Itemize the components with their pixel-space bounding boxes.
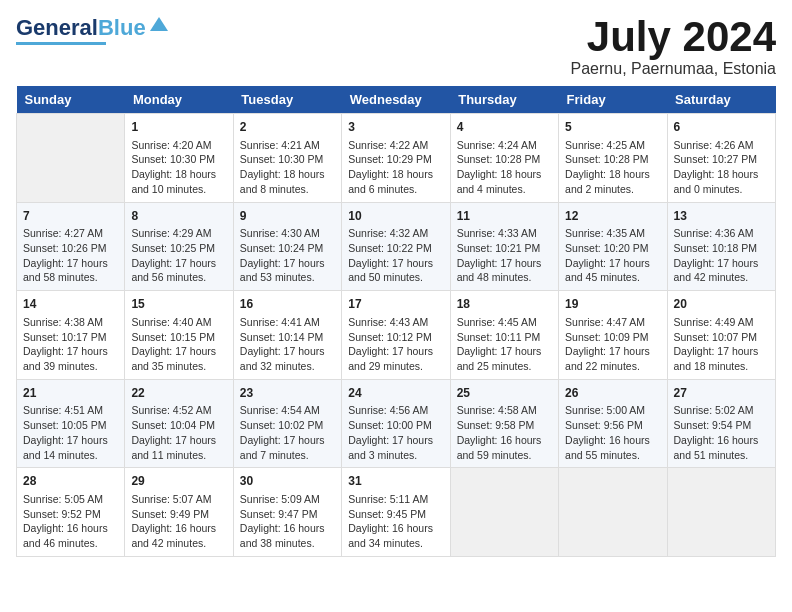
day-cell: 25Sunrise: 4:58 AMSunset: 9:58 PMDayligh… xyxy=(450,379,558,468)
day-number: 6 xyxy=(674,119,769,136)
day-info: Sunrise: 4:36 AMSunset: 10:18 PMDaylight… xyxy=(674,226,769,285)
day-number: 1 xyxy=(131,119,226,136)
day-info: Sunrise: 4:26 AMSunset: 10:27 PMDaylight… xyxy=(674,138,769,197)
day-info: Sunrise: 4:25 AMSunset: 10:28 PMDaylight… xyxy=(565,138,660,197)
day-number: 21 xyxy=(23,385,118,402)
calendar-header: SundayMondayTuesdayWednesdayThursdayFrid… xyxy=(17,86,776,114)
day-number: 25 xyxy=(457,385,552,402)
day-number: 10 xyxy=(348,208,443,225)
day-cell: 1Sunrise: 4:20 AMSunset: 10:30 PMDayligh… xyxy=(125,114,233,203)
day-cell: 24Sunrise: 4:56 AMSunset: 10:00 PMDaylig… xyxy=(342,379,450,468)
day-cell: 23Sunrise: 4:54 AMSunset: 10:02 PMDaylig… xyxy=(233,379,341,468)
day-cell: 7Sunrise: 4:27 AMSunset: 10:26 PMDayligh… xyxy=(17,202,125,291)
day-cell: 20Sunrise: 4:49 AMSunset: 10:07 PMDaylig… xyxy=(667,291,775,380)
logo-blue: Blue xyxy=(98,15,146,40)
day-info: Sunrise: 5:09 AMSunset: 9:47 PMDaylight:… xyxy=(240,492,335,551)
day-info: Sunrise: 4:52 AMSunset: 10:04 PMDaylight… xyxy=(131,403,226,462)
day-number: 30 xyxy=(240,473,335,490)
day-number: 26 xyxy=(565,385,660,402)
day-cell: 13Sunrise: 4:36 AMSunset: 10:18 PMDaylig… xyxy=(667,202,775,291)
day-cell xyxy=(450,468,558,557)
day-number: 2 xyxy=(240,119,335,136)
day-info: Sunrise: 4:30 AMSunset: 10:24 PMDaylight… xyxy=(240,226,335,285)
day-cell: 6Sunrise: 4:26 AMSunset: 10:27 PMDayligh… xyxy=(667,114,775,203)
day-info: Sunrise: 4:43 AMSunset: 10:12 PMDaylight… xyxy=(348,315,443,374)
day-number: 18 xyxy=(457,296,552,313)
day-cell: 5Sunrise: 4:25 AMSunset: 10:28 PMDayligh… xyxy=(559,114,667,203)
day-number: 11 xyxy=(457,208,552,225)
logo: GeneralBlue xyxy=(16,16,168,45)
day-cell xyxy=(17,114,125,203)
week-row-1: 1Sunrise: 4:20 AMSunset: 10:30 PMDayligh… xyxy=(17,114,776,203)
svg-marker-0 xyxy=(150,17,168,31)
day-info: Sunrise: 5:07 AMSunset: 9:49 PMDaylight:… xyxy=(131,492,226,551)
day-number: 5 xyxy=(565,119,660,136)
day-number: 8 xyxy=(131,208,226,225)
day-number: 3 xyxy=(348,119,443,136)
month-title: July 2024 xyxy=(571,16,776,58)
week-row-3: 14Sunrise: 4:38 AMSunset: 10:17 PMDaylig… xyxy=(17,291,776,380)
day-info: Sunrise: 5:05 AMSunset: 9:52 PMDaylight:… xyxy=(23,492,118,551)
day-cell: 21Sunrise: 4:51 AMSunset: 10:05 PMDaylig… xyxy=(17,379,125,468)
day-info: Sunrise: 4:45 AMSunset: 10:11 PMDaylight… xyxy=(457,315,552,374)
day-cell xyxy=(559,468,667,557)
day-number: 16 xyxy=(240,296,335,313)
day-cell: 2Sunrise: 4:21 AMSunset: 10:30 PMDayligh… xyxy=(233,114,341,203)
day-info: Sunrise: 4:33 AMSunset: 10:21 PMDaylight… xyxy=(457,226,552,285)
day-number: 28 xyxy=(23,473,118,490)
day-cell: 9Sunrise: 4:30 AMSunset: 10:24 PMDayligh… xyxy=(233,202,341,291)
day-info: Sunrise: 4:32 AMSunset: 10:22 PMDaylight… xyxy=(348,226,443,285)
header-cell-monday: Monday xyxy=(125,86,233,114)
day-cell: 17Sunrise: 4:43 AMSunset: 10:12 PMDaylig… xyxy=(342,291,450,380)
header-cell-friday: Friday xyxy=(559,86,667,114)
day-info: Sunrise: 4:47 AMSunset: 10:09 PMDaylight… xyxy=(565,315,660,374)
day-cell: 18Sunrise: 4:45 AMSunset: 10:11 PMDaylig… xyxy=(450,291,558,380)
day-cell: 14Sunrise: 4:38 AMSunset: 10:17 PMDaylig… xyxy=(17,291,125,380)
header-row: SundayMondayTuesdayWednesdayThursdayFrid… xyxy=(17,86,776,114)
day-number: 4 xyxy=(457,119,552,136)
day-info: Sunrise: 4:54 AMSunset: 10:02 PMDaylight… xyxy=(240,403,335,462)
day-info: Sunrise: 4:29 AMSunset: 10:25 PMDaylight… xyxy=(131,226,226,285)
day-cell: 22Sunrise: 4:52 AMSunset: 10:04 PMDaylig… xyxy=(125,379,233,468)
week-row-5: 28Sunrise: 5:05 AMSunset: 9:52 PMDayligh… xyxy=(17,468,776,557)
day-info: Sunrise: 4:38 AMSunset: 10:17 PMDaylight… xyxy=(23,315,118,374)
title-block: July 2024 Paernu, Paernumaa, Estonia xyxy=(571,16,776,78)
location: Paernu, Paernumaa, Estonia xyxy=(571,60,776,78)
day-cell: 3Sunrise: 4:22 AMSunset: 10:29 PMDayligh… xyxy=(342,114,450,203)
day-number: 14 xyxy=(23,296,118,313)
calendar-table: SundayMondayTuesdayWednesdayThursdayFrid… xyxy=(16,86,776,557)
day-number: 13 xyxy=(674,208,769,225)
week-row-2: 7Sunrise: 4:27 AMSunset: 10:26 PMDayligh… xyxy=(17,202,776,291)
day-number: 20 xyxy=(674,296,769,313)
day-cell xyxy=(667,468,775,557)
day-info: Sunrise: 5:00 AMSunset: 9:56 PMDaylight:… xyxy=(565,403,660,462)
day-cell: 29Sunrise: 5:07 AMSunset: 9:49 PMDayligh… xyxy=(125,468,233,557)
day-number: 15 xyxy=(131,296,226,313)
day-number: 9 xyxy=(240,208,335,225)
day-number: 7 xyxy=(23,208,118,225)
day-info: Sunrise: 4:49 AMSunset: 10:07 PMDaylight… xyxy=(674,315,769,374)
calendar-body: 1Sunrise: 4:20 AMSunset: 10:30 PMDayligh… xyxy=(17,114,776,557)
day-cell: 28Sunrise: 5:05 AMSunset: 9:52 PMDayligh… xyxy=(17,468,125,557)
day-cell: 12Sunrise: 4:35 AMSunset: 10:20 PMDaylig… xyxy=(559,202,667,291)
header-cell-wednesday: Wednesday xyxy=(342,86,450,114)
day-cell: 16Sunrise: 4:41 AMSunset: 10:14 PMDaylig… xyxy=(233,291,341,380)
day-info: Sunrise: 4:56 AMSunset: 10:00 PMDaylight… xyxy=(348,403,443,462)
day-info: Sunrise: 4:58 AMSunset: 9:58 PMDaylight:… xyxy=(457,403,552,462)
day-cell: 10Sunrise: 4:32 AMSunset: 10:22 PMDaylig… xyxy=(342,202,450,291)
day-info: Sunrise: 5:11 AMSunset: 9:45 PMDaylight:… xyxy=(348,492,443,551)
day-number: 17 xyxy=(348,296,443,313)
day-number: 12 xyxy=(565,208,660,225)
day-cell: 8Sunrise: 4:29 AMSunset: 10:25 PMDayligh… xyxy=(125,202,233,291)
logo-triangle-icon xyxy=(150,15,168,33)
day-number: 31 xyxy=(348,473,443,490)
logo-line xyxy=(16,42,106,45)
day-number: 29 xyxy=(131,473,226,490)
day-info: Sunrise: 4:21 AMSunset: 10:30 PMDaylight… xyxy=(240,138,335,197)
header-cell-thursday: Thursday xyxy=(450,86,558,114)
day-info: Sunrise: 4:40 AMSunset: 10:15 PMDaylight… xyxy=(131,315,226,374)
day-info: Sunrise: 4:24 AMSunset: 10:28 PMDaylight… xyxy=(457,138,552,197)
day-cell: 15Sunrise: 4:40 AMSunset: 10:15 PMDaylig… xyxy=(125,291,233,380)
header-cell-tuesday: Tuesday xyxy=(233,86,341,114)
header-cell-sunday: Sunday xyxy=(17,86,125,114)
